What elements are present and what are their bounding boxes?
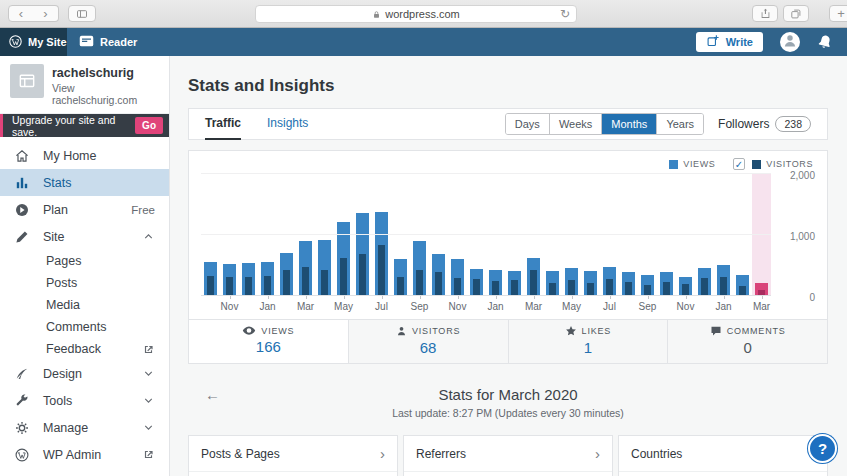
tab-insights[interactable]: Insights [267, 108, 308, 140]
sidebar-item-posts[interactable]: Posts [0, 272, 169, 294]
sidebar-item-manage[interactable]: Manage [0, 414, 169, 441]
write-button[interactable]: Write [696, 32, 763, 52]
stats-chart-card: VIEWS✓VISITORS NovJanMarMayJulSepNovJanM… [188, 150, 828, 320]
chart-bar-may-2018[interactable] [334, 174, 353, 296]
profile-avatar[interactable] [780, 32, 800, 52]
visitors-bar [264, 276, 270, 296]
address-bar[interactable]: wordpress.com ↻ [255, 5, 577, 23]
chart-bar-jan-2020[interactable] [714, 174, 733, 296]
chart-bar-aug-2019[interactable] [619, 174, 638, 296]
summary-tab-views[interactable]: VIEWS166 [189, 320, 348, 363]
summary-tab-visitors[interactable]: VISITORS68 [348, 320, 508, 363]
x-axis-slot: Nov [676, 296, 695, 319]
period-months-button[interactable]: Months [601, 114, 656, 134]
followers-button[interactable]: Followers 238 [718, 116, 811, 132]
x-axis-tick [268, 296, 269, 299]
browser-new-tab-button[interactable]: + [829, 5, 847, 22]
chart-bar-mar-2018[interactable] [296, 174, 315, 296]
refresh-icon[interactable]: ↻ [560, 7, 570, 21]
sidebar-item-label: Posts [46, 276, 77, 290]
chart-bar-aug-2018[interactable] [391, 174, 410, 296]
chart-bar-jan-2018[interactable] [258, 174, 277, 296]
view-site-link[interactable]: View rachelschurig.com [52, 82, 159, 106]
chart-bar-may-2019[interactable] [562, 174, 581, 296]
upgrade-banner[interactable]: Upgrade your site and save. Go [0, 114, 169, 137]
site-switcher[interactable]: rachelschurig View rachelschurig.com [0, 56, 169, 114]
visitors-bar [340, 258, 346, 296]
sidebar-item-wp-admin[interactable]: WP Admin [0, 441, 169, 468]
chart-bar-oct-2018[interactable] [429, 174, 448, 296]
browser-sidebar-toggle-button[interactable] [68, 5, 96, 22]
sidebar-item-feedback[interactable]: Feedback [0, 338, 169, 360]
sidebar-item-comments[interactable]: Comments [0, 316, 169, 338]
sidebar-item-design[interactable]: Design [0, 360, 169, 387]
visitors-bar [473, 279, 479, 296]
x-axis-tick-label: Mar [525, 301, 542, 312]
my-site-menu[interactable]: My Site [0, 28, 67, 56]
card-header-referrers[interactable]: Referrers› [404, 436, 612, 472]
notifications-bell-icon[interactable] [817, 34, 833, 50]
browser-back-button[interactable]: ‹ [8, 5, 34, 22]
reader-menu[interactable]: Reader [67, 28, 149, 56]
card-header-posts-pages[interactable]: Posts & Pages› [189, 436, 397, 472]
chart-bar-oct-2017[interactable] [201, 174, 220, 296]
chart-bar-nov-2019[interactable] [676, 174, 695, 296]
chart-bar-jan-2019[interactable] [486, 174, 505, 296]
sidebar-item-stats[interactable]: Stats [0, 169, 169, 196]
sidebar-item-site[interactable]: Site [0, 223, 169, 250]
x-axis-slot: Jul [372, 296, 391, 319]
period-years-button[interactable]: Years [656, 114, 703, 134]
x-axis-slot: Nov [220, 296, 239, 319]
gridline-0 [201, 295, 771, 296]
browser-share-button[interactable] [752, 5, 778, 22]
chart-bar-feb-2019[interactable] [505, 174, 524, 296]
chart-bar-mar-2019[interactable] [524, 174, 543, 296]
chart-bar-feb-2018[interactable] [277, 174, 296, 296]
sidebar-item-pages[interactable]: Pages [0, 250, 169, 272]
legend-swatch [752, 160, 761, 169]
chart-bar-dec-2018[interactable] [467, 174, 486, 296]
sidebar-item-tools[interactable]: Tools [0, 387, 169, 414]
chart-bar-nov-2017[interactable] [220, 174, 239, 296]
visitors-checkbox[interactable]: ✓ [733, 158, 745, 170]
upgrade-go-button[interactable]: Go [135, 117, 163, 134]
card-header-countries[interactable]: Countries› [619, 436, 827, 472]
x-axis-tick [534, 296, 535, 299]
help-button[interactable]: ? [808, 434, 837, 463]
chart-bar-sep-2019[interactable] [638, 174, 657, 296]
chart-bar-feb-2020[interactable] [733, 174, 752, 296]
chart-bar-mar-2020[interactable] [752, 174, 771, 296]
x-axis-slot [695, 296, 714, 319]
chart-bar-oct-2019[interactable] [657, 174, 676, 296]
tools-icon [14, 393, 31, 409]
browser-tabs-button[interactable] [783, 5, 809, 22]
chart-bar-sep-2018[interactable] [410, 174, 429, 296]
chart-bar-jul-2019[interactable] [600, 174, 619, 296]
browser-forward-button[interactable]: › [33, 5, 59, 22]
chart-bar-nov-2018[interactable] [448, 174, 467, 296]
x-axis-tick [648, 296, 649, 299]
sidebar-item-plan[interactable]: PlanFree [0, 196, 169, 223]
chart-bar-apr-2019[interactable] [543, 174, 562, 296]
chart-bar-dec-2017[interactable] [239, 174, 258, 296]
summary-tab-likes[interactable]: LIKES1 [508, 320, 668, 363]
tab-traffic[interactable]: Traffic [205, 108, 241, 140]
period-weeks-button[interactable]: Weeks [549, 114, 601, 134]
legend-visitors[interactable]: ✓VISITORS [733, 158, 813, 170]
sidebar-item-media[interactable]: Media [0, 294, 169, 316]
x-axis-tick [762, 296, 763, 299]
sidebar-item-my-home[interactable]: My Home [0, 142, 169, 169]
sidebar-item-label: Feedback [46, 342, 101, 356]
summary-tab-comments[interactable]: COMMENTS0 [667, 320, 827, 363]
chart-bar-dec-2019[interactable] [695, 174, 714, 296]
period-days-button[interactable]: Days [506, 114, 549, 134]
wordpress-masthead: My Site Reader Write [0, 28, 847, 56]
main-content: Stats and Insights TrafficInsights DaysW… [170, 56, 847, 476]
chart-bar-jul-2018[interactable] [372, 174, 391, 296]
y-axis-tick-label: 1,000 [790, 231, 815, 242]
chart-bar-apr-2018[interactable] [315, 174, 334, 296]
legend-views[interactable]: VIEWS [669, 159, 715, 169]
previous-period-arrow[interactable]: ← [188, 386, 228, 403]
chart-bar-jun-2019[interactable] [581, 174, 600, 296]
chart-bar-jun-2018[interactable] [353, 174, 372, 296]
